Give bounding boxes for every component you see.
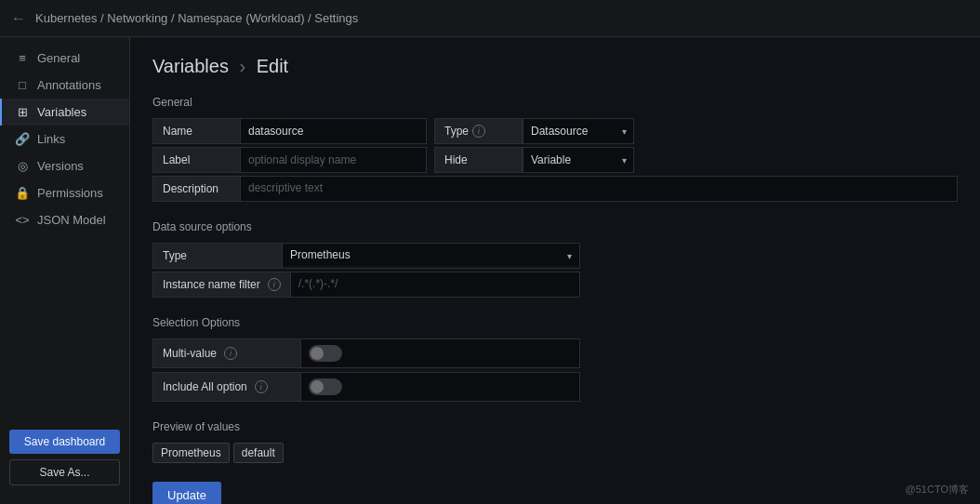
ds-filter-row: Instance name filter i: [152, 272, 580, 298]
general-icon: ≡: [15, 51, 30, 65]
annotations-icon: □: [15, 78, 30, 92]
include-all-toggle-cell: [301, 372, 580, 402]
name-label: Name: [152, 118, 241, 144]
type-info-icon[interactable]: i: [472, 125, 485, 138]
preview-values: Prometheus default: [152, 443, 958, 463]
sidebar-item-permissions[interactable]: 🔒 Permissions: [0, 179, 129, 206]
back-button[interactable]: ←: [11, 10, 26, 27]
save-dashboard-button[interactable]: Save dashboard: [9, 430, 120, 454]
links-icon: 🔗: [15, 132, 30, 146]
permissions-icon: 🔒: [15, 186, 30, 200]
general-section: General Name Type i Datasource Query Cus…: [152, 96, 958, 202]
ds-filter-label: Instance name filter i: [152, 272, 291, 298]
preview-tag-prometheus: Prometheus: [152, 443, 230, 463]
description-row: Description: [152, 176, 958, 202]
name-type-row: Name Type i Datasource Query Custom Cons…: [152, 118, 958, 144]
multi-value-label: Multi-value i: [152, 338, 301, 368]
page-title: Variables › Edit: [152, 56, 958, 77]
breadcrumb: Kubernetes / Networking / Namespace (Wor…: [35, 11, 358, 25]
multi-value-toggle-cell: [301, 338, 580, 368]
include-all-label: Include All option i: [152, 372, 301, 402]
description-input[interactable]: [241, 177, 957, 199]
sidebar-item-label: Links: [37, 132, 65, 146]
sidebar-item-json-model[interactable]: <> JSON Model: [0, 206, 129, 233]
include-all-info-icon[interactable]: i: [255, 380, 268, 393]
sidebar-item-links[interactable]: 🔗 Links: [0, 126, 129, 153]
ds-filter-input[interactable]: [291, 272, 579, 295]
datasource-section: Data source options Type Prometheus Graf…: [152, 220, 958, 298]
type-label-cell: Type i: [434, 118, 523, 144]
main-layout: ≡ General □ Annotations ⊞ Variables 🔗 Li…: [0, 37, 980, 504]
variables-icon: ⊞: [15, 105, 30, 119]
save-as-button[interactable]: Save As...: [9, 459, 120, 485]
main-content: Variables › Edit General Name Type i: [130, 37, 980, 504]
multi-value-info-icon[interactable]: i: [224, 347, 237, 360]
description-input-cell: [241, 176, 958, 202]
ds-type-select-wrapper: Prometheus Grafana InfluxDB Elasticsearc…: [283, 243, 580, 269]
sidebar-item-label: General: [37, 51, 80, 65]
include-all-slider: [309, 378, 342, 395]
ds-type-label: Type: [152, 243, 283, 269]
description-label: Description: [152, 176, 241, 202]
label-hide-row: Label Hide Variable Label Nothing: [152, 147, 958, 173]
sidebar: ≡ General □ Annotations ⊞ Variables 🔗 Li…: [0, 37, 130, 504]
type-select-wrapper: Datasource Query Custom Constant Interva…: [523, 118, 634, 144]
name-input[interactable]: [241, 120, 426, 142]
sidebar-item-general[interactable]: ≡ General: [0, 45, 129, 72]
multi-value-slider: [309, 345, 342, 362]
versions-icon: ◎: [15, 159, 30, 173]
name-input-cell: [241, 118, 427, 144]
filter-info-icon[interactable]: i: [268, 278, 281, 291]
sidebar-item-label: JSON Model: [37, 213, 106, 227]
datasource-section-label: Data source options: [152, 220, 958, 233]
sidebar-item-label: Variables: [37, 105, 86, 119]
watermark: @51CTO博客: [906, 483, 969, 497]
label-input[interactable]: [241, 149, 426, 171]
sidebar-item-variables[interactable]: ⊞ Variables: [0, 99, 129, 126]
sidebar-item-label: Permissions: [37, 186, 103, 200]
update-button[interactable]: Update: [152, 482, 221, 504]
hide-select-wrapper: Variable Label Nothing: [523, 147, 634, 173]
multi-value-row: Multi-value i: [152, 338, 580, 368]
selection-section: Selection Options Multi-value i Include: [152, 316, 958, 402]
sidebar-item-label: Versions: [37, 159, 84, 173]
hide-select[interactable]: Variable Label Nothing: [523, 147, 634, 173]
include-all-toggle[interactable]: [309, 378, 342, 395]
ds-type-select[interactable]: Prometheus Grafana InfluxDB Elasticsearc…: [283, 244, 579, 266]
sidebar-item-label: Annotations: [37, 78, 101, 92]
preview-section: Preview of values Prometheus default: [152, 420, 958, 463]
preview-tag-default: default: [233, 443, 284, 463]
preview-section-label: Preview of values: [152, 420, 958, 433]
selection-section-label: Selection Options: [152, 316, 958, 329]
general-section-label: General: [152, 96, 958, 109]
sidebar-item-versions[interactable]: ◎ Versions: [0, 153, 129, 179]
type-select[interactable]: Datasource Query Custom Constant Interva…: [523, 118, 634, 144]
include-all-row: Include All option i: [152, 372, 580, 402]
sidebar-item-annotations[interactable]: □ Annotations: [0, 72, 129, 99]
json-icon: <>: [15, 213, 30, 227]
hide-label-cell: Hide: [434, 147, 523, 173]
label-label: Label: [152, 147, 241, 173]
ds-type-row: Type Prometheus Grafana InfluxDB Elastic…: [152, 243, 580, 269]
label-input-cell: [241, 147, 427, 173]
ds-filter-input-cell: [291, 272, 580, 298]
sidebar-buttons: Save dashboard Save As...: [0, 418, 129, 497]
multi-value-toggle[interactable]: [309, 345, 342, 362]
topbar: ← Kubernetes / Networking / Namespace (W…: [0, 0, 980, 37]
